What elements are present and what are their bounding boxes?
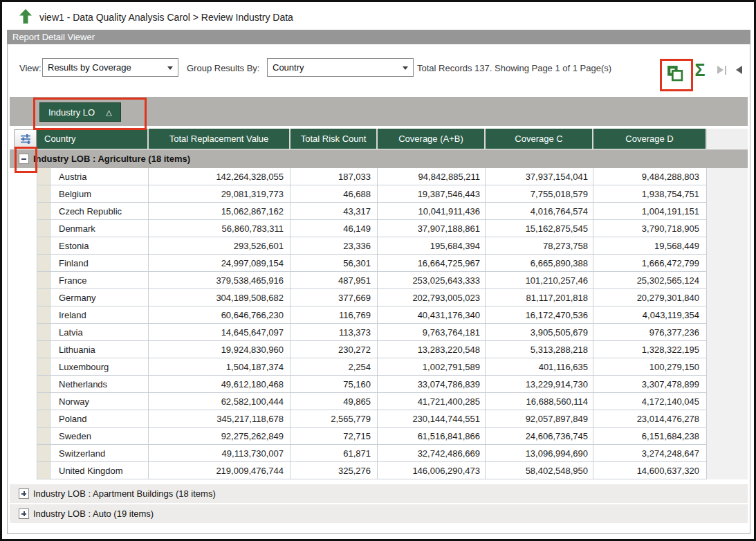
row-indicator[interactable] xyxy=(37,358,50,376)
value-cell[interactable]: 253,025,643,333 xyxy=(378,272,486,289)
value-cell[interactable]: 487,951 xyxy=(291,272,378,289)
value-cell[interactable]: 4,043,119,354 xyxy=(593,306,707,324)
value-cell[interactable]: 230,144,744,551 xyxy=(378,410,486,428)
value-cell[interactable]: 6,665,890,388 xyxy=(486,255,593,272)
value-cell[interactable]: 49,612,180,468 xyxy=(149,376,291,393)
row-indicator[interactable] xyxy=(37,393,50,410)
country-cell[interactable]: Latvia xyxy=(50,324,149,341)
value-cell[interactable]: 2,565,779 xyxy=(291,410,378,428)
table-row[interactable]: Switzerland49,113,730,00761,87132,742,48… xyxy=(0,445,756,462)
value-cell[interactable]: 1,504,187,374 xyxy=(149,358,291,376)
value-cell[interactable]: 4,172,140,045 xyxy=(593,393,707,410)
value-cell[interactable]: 20,279,301,840 xyxy=(593,289,707,306)
value-cell[interactable]: 1,938,754,751 xyxy=(593,185,707,203)
table-row[interactable]: Luxembourg1,504,187,3742,2541,002,791,58… xyxy=(0,358,756,376)
value-cell[interactable]: 29,081,319,773 xyxy=(149,185,291,203)
row-indicator[interactable] xyxy=(37,237,50,255)
value-cell[interactable]: 13,283,220,548 xyxy=(378,341,486,358)
row-indicator[interactable] xyxy=(37,203,50,220)
table-row[interactable]: Norway62,582,100,44449,86541,721,400,285… xyxy=(0,393,756,410)
country-cell[interactable]: Finland xyxy=(50,255,149,272)
value-cell[interactable]: 345,217,118,678 xyxy=(149,410,291,428)
value-cell[interactable]: 23,014,476,278 xyxy=(593,410,707,428)
value-cell[interactable]: 219,009,476,744 xyxy=(149,462,291,479)
collapse-group-icon[interactable] xyxy=(19,154,29,164)
row-indicator[interactable] xyxy=(37,462,50,479)
table-row[interactable]: Austria142,264,328,055187,03394,842,885,… xyxy=(0,168,756,185)
value-cell[interactable]: 14,645,647,097 xyxy=(149,324,291,341)
value-cell[interactable]: 24,997,089,154 xyxy=(149,255,291,272)
table-row[interactable]: United Kingdom219,009,476,744325,276146,… xyxy=(0,462,756,479)
value-cell[interactable]: 61,871 xyxy=(291,445,378,462)
value-cell[interactable]: 19,924,830,960 xyxy=(149,341,291,358)
value-cell[interactable]: 58,402,548,950 xyxy=(486,462,593,479)
group-by-dropdown[interactable]: Country xyxy=(267,58,414,77)
value-cell[interactable]: 16,172,470,536 xyxy=(486,306,593,324)
value-cell[interactable]: 202,793,005,023 xyxy=(378,289,486,306)
value-cell[interactable]: 401,116,635 xyxy=(486,358,593,376)
value-cell[interactable]: 2,254 xyxy=(291,358,378,376)
value-cell[interactable]: 25,302,565,124 xyxy=(593,272,707,289)
table-row[interactable]: Latvia14,645,647,097113,3739,763,764,181… xyxy=(0,324,756,341)
group-by-chip-industry-lob[interactable]: Industry LO △ xyxy=(39,102,121,122)
group-row-auto[interactable]: Industry LOB : Auto (19 items) xyxy=(10,504,748,523)
value-cell[interactable]: 9,763,764,181 xyxy=(378,324,486,341)
value-cell[interactable]: 9,484,288,803 xyxy=(593,168,707,185)
country-cell[interactable]: Czech Republic xyxy=(50,203,149,220)
value-cell[interactable]: 49,113,730,007 xyxy=(149,445,291,462)
row-indicator[interactable] xyxy=(37,168,50,185)
country-cell[interactable]: Denmark xyxy=(50,220,149,237)
country-cell[interactable]: United Kingdom xyxy=(50,462,149,479)
country-cell[interactable]: Norway xyxy=(50,393,149,410)
table-row[interactable]: Belgium29,081,319,77346,68819,387,546,44… xyxy=(0,185,756,203)
table-row[interactable]: Poland345,217,118,6782,565,779230,144,74… xyxy=(0,410,756,428)
value-cell[interactable]: 15,162,875,545 xyxy=(486,220,593,237)
value-cell[interactable]: 187,033 xyxy=(291,168,378,185)
country-cell[interactable]: France xyxy=(50,272,149,289)
table-row[interactable]: Estonia293,526,60123,336195,684,39478,27… xyxy=(0,237,756,255)
value-cell[interactable]: 146,006,290,473 xyxy=(378,462,486,479)
value-cell[interactable]: 379,538,465,916 xyxy=(149,272,291,289)
value-cell[interactable]: 16,664,725,967 xyxy=(378,255,486,272)
value-cell[interactable]: 33,074,786,839 xyxy=(378,376,486,393)
table-row[interactable]: Denmark56,860,783,31146,14937,907,188,86… xyxy=(0,220,756,237)
row-indicator[interactable] xyxy=(37,410,50,428)
country-cell[interactable]: Austria xyxy=(50,168,149,185)
row-indicator[interactable] xyxy=(37,255,50,272)
value-cell[interactable]: 3,905,505,679 xyxy=(486,324,593,341)
value-cell[interactable]: 195,684,394 xyxy=(378,237,486,255)
row-indicator[interactable] xyxy=(37,185,50,203)
column-header-total-risk-count[interactable]: Total Risk Count xyxy=(291,129,378,149)
row-indicator[interactable] xyxy=(37,272,50,289)
value-cell[interactable]: 3,307,478,899 xyxy=(593,376,707,393)
row-indicator[interactable] xyxy=(37,445,50,462)
value-cell[interactable]: 101,210,257,46 xyxy=(486,272,593,289)
expand-group-icon[interactable] xyxy=(19,508,29,519)
value-cell[interactable]: 46,149 xyxy=(291,220,378,237)
table-row[interactable]: Sweden92,275,262,84972,71561,516,841,866… xyxy=(0,428,756,445)
table-row[interactable]: Finland24,997,089,15456,30116,664,725,96… xyxy=(0,255,756,272)
value-cell[interactable]: 13,229,914,730 xyxy=(486,376,593,393)
value-cell[interactable]: 100,279,150 xyxy=(593,358,707,376)
value-cell[interactable]: 94,842,885,211 xyxy=(378,168,486,185)
value-cell[interactable]: 113,373 xyxy=(291,324,378,341)
value-cell[interactable]: 7,755,018,579 xyxy=(486,185,593,203)
value-cell[interactable]: 56,860,783,311 xyxy=(149,220,291,237)
table-row[interactable]: Netherlands49,612,180,46875,16033,074,78… xyxy=(0,376,756,393)
country-cell[interactable]: Ireland xyxy=(50,306,149,324)
row-indicator[interactable] xyxy=(37,306,50,324)
value-cell[interactable]: 13,096,994,690 xyxy=(486,445,593,462)
table-row[interactable]: Germany304,189,508,682377,669202,793,005… xyxy=(0,289,756,306)
value-cell[interactable]: 92,057,897,849 xyxy=(486,410,593,428)
value-cell[interactable]: 60,646,766,230 xyxy=(149,306,291,324)
column-header-coverage-c[interactable]: Coverage C xyxy=(486,129,593,149)
view-dropdown[interactable]: Results by Coverage xyxy=(42,58,178,77)
value-cell[interactable]: 3,790,718,905 xyxy=(593,220,707,237)
row-indicator[interactable] xyxy=(37,376,50,393)
table-row[interactable]: France379,538,465,916487,951253,025,643,… xyxy=(0,272,756,289)
value-cell[interactable]: 15,062,867,162 xyxy=(149,203,291,220)
value-cell[interactable]: 19,568,449 xyxy=(593,237,707,255)
value-cell[interactable]: 81,117,201,818 xyxy=(486,289,593,306)
export-button[interactable] xyxy=(663,62,686,84)
group-row-apartment-buildings[interactable]: Industry LOB : Apartment Buildings (18 i… xyxy=(10,484,748,503)
